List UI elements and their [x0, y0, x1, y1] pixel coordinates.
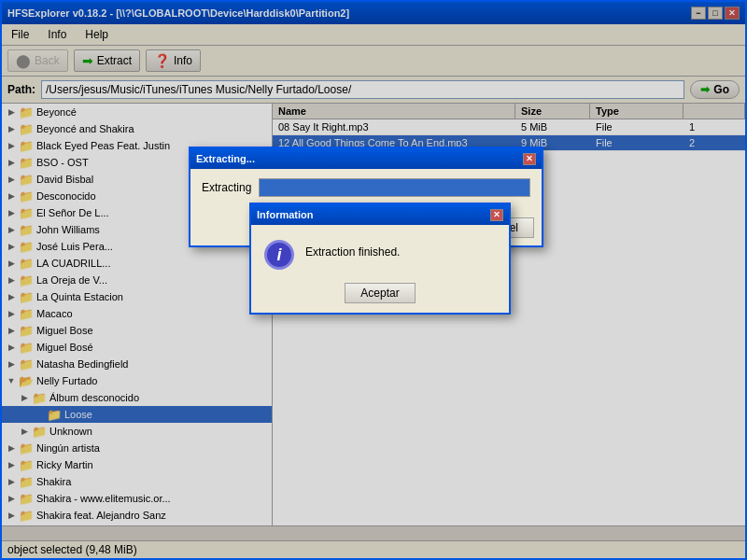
main-window: HFSExplorer v0.18.2 - [\\?\GLOBALROOT\De… — [0, 0, 747, 560]
extracting-label: Extracting — [202, 181, 251, 194]
info-dialog: Information ✕ i Extraction finished. Ace… — [249, 203, 511, 315]
extracting-close-button[interactable]: ✕ — [523, 153, 536, 165]
extracting-title: Extracting... — [196, 153, 255, 164]
progress-bar-container — [259, 178, 530, 197]
extracting-title-bar: Extracting... ✕ — [190, 148, 542, 169]
info-message: Extraction finished. — [305, 240, 400, 259]
info-title-bar: Information ✕ — [251, 204, 509, 225]
progress-bar-fill — [260, 179, 529, 196]
extracting-row: Extracting — [202, 178, 530, 197]
info-dialog-icon: i — [264, 240, 294, 270]
info-buttons: Aceptar — [251, 279, 509, 313]
info-content: i Extraction finished. — [251, 225, 509, 279]
info-title: Information — [257, 209, 314, 220]
info-close-button[interactable]: ✕ — [490, 209, 503, 221]
ok-button[interactable]: Aceptar — [345, 283, 415, 303]
